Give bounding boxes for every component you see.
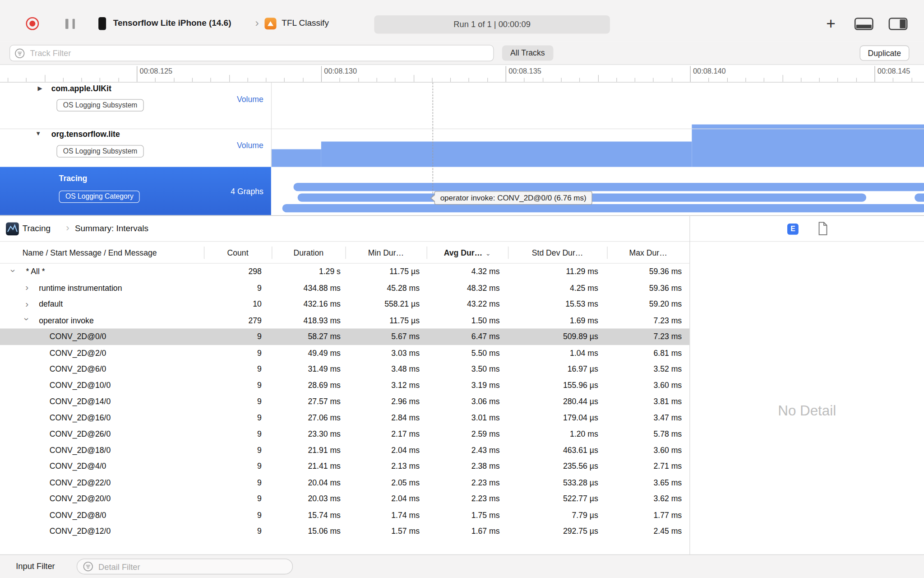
table-row[interactable]: ›* All *2981.29 s11.75 µs4.32 ms11.29 ms… [0, 264, 689, 280]
toggle-right-pane-button[interactable] [889, 18, 908, 30]
table-cell: 27.06 ms [272, 413, 345, 422]
table-row[interactable]: CONV_2D@10/0928.69 ms3.12 ms3.19 ms155.9… [0, 377, 689, 393]
track-meta-label[interactable]: 4 Graphs [231, 187, 263, 196]
filter-icon [15, 48, 25, 58]
table-cell: 298 [204, 267, 272, 276]
track-filter-input[interactable] [29, 48, 489, 59]
ruler-tick [284, 78, 285, 82]
ruler-tick [247, 78, 248, 82]
table-row[interactable]: CONV_2D@16/0927.06 ms2.84 ms3.01 ms179.0… [0, 410, 689, 426]
ruler-tick [100, 78, 100, 82]
table-row[interactable]: CONV_2D@18/0921.91 ms2.04 ms2.43 ms463.6… [0, 442, 689, 458]
bottom-bar: Input Filter [0, 555, 924, 578]
table-row[interactable]: CONV_2D@26/0923.30 ms2.17 ms2.59 ms1.20 … [0, 426, 689, 442]
table-row[interactable]: ›operator invoke279418.93 ms11.75 µs1.50… [0, 312, 689, 329]
table-cell: 280.44 µs [508, 397, 607, 406]
table-row[interactable]: CONV_2D@14/0927.57 ms2.96 ms3.06 ms280.4… [0, 393, 689, 410]
ruler-tick [266, 78, 266, 82]
breadcrumb-instrument[interactable]: Tracing [23, 224, 51, 233]
track-badge: OS Logging Category [59, 191, 140, 203]
ruler-tick [340, 78, 340, 82]
column-header-stddev[interactable]: Std Dev Dur… [508, 248, 607, 257]
detail-filter-input[interactable] [97, 561, 286, 572]
ruler-tick [745, 78, 746, 82]
ruler-tick [911, 78, 912, 82]
table-cell: 9 [204, 429, 272, 438]
table-row[interactable]: ›default10432.16 ms558.21 µs43.22 ms15.5… [0, 296, 689, 312]
table-row[interactable]: ›runtime instrumentation9434.88 ms45.28 … [0, 280, 689, 296]
ruler-tick [672, 78, 672, 82]
interval-lane-bar[interactable] [282, 204, 924, 212]
table-cell: 9 [204, 446, 272, 455]
table-cell: 279 [204, 316, 272, 325]
device-selector[interactable]: Tensorflow Lite iPhone (14.6) [113, 18, 231, 28]
table-row[interactable]: CONV_2D@12/0915.06 ms1.57 ms1.67 ms292.7… [0, 523, 689, 540]
pause-icon [65, 19, 68, 29]
sort-descending-icon: ⌄ [485, 249, 491, 256]
chevron-right-icon[interactable]: › [25, 283, 28, 292]
document-icon[interactable] [817, 221, 828, 239]
table-cell: 9 [204, 413, 272, 422]
table-cell: 9 [204, 332, 272, 341]
pause-button[interactable] [65, 19, 75, 29]
detail-filter-field[interactable] [77, 559, 293, 574]
toggle-bottom-pane-button[interactable] [855, 18, 873, 30]
pause-icon [72, 19, 75, 29]
column-header-min[interactable]: Min Dur… [345, 248, 426, 257]
track-filter-field[interactable] [9, 45, 494, 61]
track-title[interactable]: org.tensorflow.lite [51, 130, 120, 139]
track-meta-label[interactable]: Volume [237, 95, 263, 104]
track-meta-label[interactable]: Volume [237, 141, 263, 150]
all-tracks-button[interactable]: All Tracks [502, 46, 553, 61]
expanded-detail-button[interactable]: E [787, 224, 799, 235]
iphone-icon [98, 17, 106, 30]
table-cell: 2.59 ms [427, 429, 508, 438]
ruler-tick [561, 78, 561, 82]
column-header-count[interactable]: Count [204, 248, 272, 257]
column-header-name[interactable]: Name / Start Message / End Message [0, 248, 204, 257]
duplicate-button[interactable]: Duplicate [859, 46, 909, 61]
table-row[interactable]: CONV_2D@2/0949.49 ms3.03 ms5.50 ms1.04 m… [0, 345, 689, 361]
table-cell: 1.75 ms [427, 511, 508, 520]
bottom-pane-icon [856, 25, 872, 28]
table-cell: 9 [204, 381, 272, 390]
table-cell: 7.23 ms [607, 316, 689, 325]
disclosure-triangle-right-icon[interactable]: ▶ [38, 85, 42, 91]
row-name-cell: CONV_2D@2/0 [0, 345, 204, 361]
table-cell: 3.47 ms [607, 413, 689, 422]
track-title[interactable]: Tracing [59, 174, 88, 183]
timeline-ruler[interactable]: 00:08.12500:08.13000:08.13500:08.14000:0… [0, 65, 924, 83]
record-button[interactable] [26, 17, 39, 30]
column-header-duration[interactable]: Duration [272, 248, 345, 257]
disclosure-triangle-down-icon[interactable]: ▼ [35, 131, 41, 137]
table-cell: 9 [204, 462, 272, 471]
table-row[interactable]: CONV_2D@6/0931.49 ms3.48 ms3.50 ms16.97 … [0, 361, 689, 377]
panel-divider[interactable] [689, 215, 690, 555]
interval-lane-bar[interactable] [915, 193, 924, 201]
chevron-down-icon[interactable]: › [22, 318, 32, 321]
table-row[interactable]: CONV_2D@8/0915.74 ms1.74 ms1.75 ms7.79 µ… [0, 507, 689, 523]
chevron-down-icon[interactable]: › [9, 269, 18, 272]
chevron-right-icon[interactable]: › [25, 299, 28, 308]
target-selector[interactable]: TFL Classify [282, 18, 329, 28]
ruler-tick [838, 78, 838, 82]
table-row[interactable]: CONV_2D@0/0958.27 ms5.67 ms6.47 ms509.89… [0, 329, 689, 345]
table-cell: 16.97 µs [508, 365, 607, 374]
column-header-avg[interactable]: Avg Dur…⌄ [427, 248, 508, 257]
interval-lane-bar[interactable] [293, 183, 924, 191]
table-row[interactable]: CONV_2D@4/0921.41 ms2.13 ms2.38 ms235.56… [0, 458, 689, 475]
table-row[interactable]: CONV_2D@22/0920.04 ms2.05 ms2.23 ms533.2… [0, 475, 689, 491]
ruler-tick [727, 78, 727, 82]
track-title[interactable]: com.apple.UIKit [51, 84, 111, 93]
ruler-tick [137, 66, 137, 82]
ruler-tick [542, 78, 543, 82]
column-header-max[interactable]: Max Dur… [607, 248, 689, 257]
breadcrumb-summary[interactable]: Summary: Intervals [75, 224, 148, 233]
playhead-line [433, 83, 433, 196]
ruler-tick [506, 66, 506, 82]
add-instrument-button[interactable]: + [826, 14, 836, 33]
row-name: CONV_2D@2/0 [50, 349, 106, 358]
table-cell: 3.19 ms [427, 381, 508, 390]
table-row[interactable]: CONV_2D@20/0920.03 ms2.04 ms2.23 ms522.7… [0, 491, 689, 507]
table-cell: 4.25 ms [508, 284, 607, 293]
